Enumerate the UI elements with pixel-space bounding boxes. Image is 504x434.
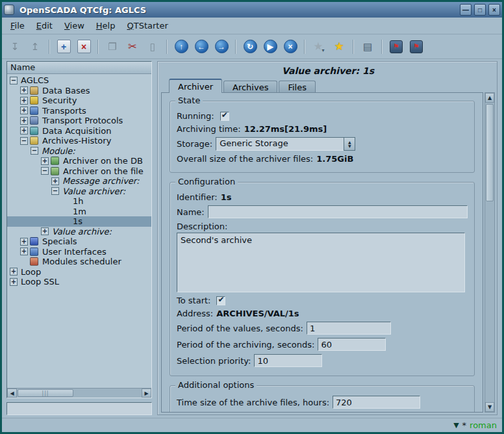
current-user: roman <box>470 420 497 430</box>
window-title: OpenSCADA QTCfg: AGLCS <box>17 5 457 15</box>
add-item-button[interactable]: + <box>55 38 73 56</box>
tree-expander-icon[interactable]: + <box>10 278 18 286</box>
tree-item-security[interactable]: + Security <box>7 96 151 106</box>
title-bar[interactable]: OpenSCADA QTCfg: AGLCS — □ × <box>2 2 502 18</box>
tree-item-archiver-on-db[interactable]: + Archiver on the DB <box>7 156 151 166</box>
add-favorite-button[interactable]: ★ <box>330 38 348 56</box>
tree-expander-icon[interactable]: + <box>51 177 59 185</box>
delete-item-button[interactable]: × <box>75 38 93 56</box>
tree-item-transports[interactable]: + Transports <box>7 106 151 116</box>
back-button[interactable]: ← <box>192 38 210 56</box>
scrollbar-thumb[interactable] <box>486 104 494 201</box>
tree-filter-input[interactable] <box>6 402 152 415</box>
tree-item-archives-history[interactable]: − Archives-History <box>7 136 151 146</box>
tree-expander-icon[interactable]: − <box>31 147 38 155</box>
time-size-input[interactable] <box>333 396 420 409</box>
scrollbar-thumb[interactable]: ||| <box>18 389 73 397</box>
name-input[interactable] <box>208 205 468 218</box>
menu-qtstarter[interactable]: QTStarter <box>121 19 173 32</box>
qtstarter-run-button[interactable]: ⚑ <box>407 38 425 56</box>
tree-item-value-archive[interactable]: + Value archive: <box>7 227 151 237</box>
tree-item-value-archiver[interactable]: − Value archiver: <box>7 186 151 197</box>
tab-archives[interactable]: Archives <box>223 81 277 93</box>
menu-edit[interactable]: Edit <box>31 19 58 32</box>
up-button[interactable]: ↑ <box>172 38 190 56</box>
tree-expander-icon[interactable]: + <box>20 97 28 105</box>
running-checkbox[interactable] <box>220 112 229 121</box>
page-title: Value archiver: 1s <box>161 63 495 79</box>
tree-item-1s[interactable]: 1s <box>7 216 151 227</box>
period-archiving-input[interactable] <box>318 338 386 351</box>
tree-item-aglcs[interactable]: − AGLCS <box>7 75 151 86</box>
tab-archiver[interactable]: Archiver <box>169 79 222 93</box>
copy-item-button[interactable]: ❐ <box>103 38 121 56</box>
tree-item-archiver-on-file[interactable]: − Archiver on the file <box>7 166 151 177</box>
address-row: Address: ARCHIVES/VAL/1s <box>177 309 468 318</box>
tree-horizontal-scrollbar[interactable]: ◀ ||| ▶ <box>7 388 151 398</box>
tree-expander-icon[interactable]: + <box>41 227 49 235</box>
qtstarter-config-button[interactable]: ⚑ <box>387 38 405 56</box>
tree-item-label: Transports <box>41 106 88 116</box>
forward-icon: → <box>215 40 229 53</box>
menu-help[interactable]: Help <box>90 19 121 32</box>
to-start-checkbox[interactable] <box>216 296 225 305</box>
combo-arrows-icon[interactable]: ▲▼ <box>344 137 355 151</box>
menu-file[interactable]: File <box>5 19 31 32</box>
period-archiving-label: Period of the archiving, seconds: <box>177 340 314 350</box>
storage-selected-value: Generic Storage <box>216 137 344 151</box>
tree-expander-icon[interactable]: + <box>20 238 28 246</box>
tree-expander-icon[interactable]: − <box>41 167 49 175</box>
manual-button[interactable]: ▤ <box>359 38 377 56</box>
scroll-right-icon[interactable]: ▶ <box>142 389 151 398</box>
tree-item-user-interfaces[interactable]: + User Interfaces <box>7 247 151 257</box>
tree-expander-icon[interactable]: + <box>20 107 28 114</box>
cut-item-button[interactable]: ✂ <box>123 38 142 56</box>
tree-expander-icon[interactable]: + <box>10 268 18 275</box>
forward-button[interactable]: → <box>212 38 231 56</box>
maximize-button[interactable]: □ <box>474 4 486 16</box>
menu-view[interactable]: View <box>58 19 90 32</box>
tree-item-specials[interactable]: + Specials <box>7 236 151 247</box>
tree-item-data-acquisition[interactable]: + Data Acquisition <box>7 126 151 136</box>
vertical-scrollbar[interactable]: ▲ ▼ <box>485 92 495 413</box>
tree-expander-icon[interactable]: + <box>20 248 28 255</box>
tree-item-loop-ssl[interactable]: + Loop SSL <box>7 277 151 287</box>
scroll-down-icon[interactable]: ▼ <box>485 402 494 412</box>
refresh-button[interactable]: ↻ <box>241 38 259 56</box>
scrollbar-track[interactable] <box>485 103 494 402</box>
tree-expander-icon[interactable]: + <box>20 127 28 134</box>
tree-item-1m[interactable]: 1m <box>7 207 151 217</box>
scroll-left-icon[interactable]: ◀ <box>7 389 17 398</box>
start-updating-button[interactable]: ▶ <box>261 38 279 56</box>
tree-header[interactable]: Name <box>7 62 151 74</box>
selection-priority-input[interactable] <box>254 354 322 367</box>
tree-expander-icon[interactable]: + <box>20 117 28 125</box>
tree-expander-icon[interactable]: − <box>51 187 59 195</box>
tree-item-data-bases[interactable]: + Data Bases <box>7 86 151 96</box>
stop-updating-button[interactable]: × <box>281 38 299 56</box>
scroll-up-icon[interactable]: ▲ <box>485 93 494 103</box>
load-from-db-icon: ↧ <box>11 41 19 53</box>
tree-expander-icon[interactable]: + <box>41 157 49 165</box>
tree-item-message-archiver[interactable]: + Message archiver: <box>7 176 151 186</box>
tab-files[interactable]: Files <box>279 81 316 93</box>
tree-expander-icon[interactable]: + <box>20 86 28 94</box>
scrollbar-track[interactable]: ||| <box>17 389 142 398</box>
minimize-button[interactable]: — <box>460 4 472 16</box>
storage-select[interactable]: Generic Storage ▲▼ <box>216 137 355 151</box>
tree-item-1h[interactable]: 1h <box>7 196 151 207</box>
tree-expander-icon[interactable]: − <box>10 77 18 84</box>
tree-item-module[interactable]: − Module: <box>7 146 151 157</box>
favorites-list-button[interactable]: ★▾ <box>310 38 328 56</box>
tree-expander-icon[interactable]: − <box>20 137 28 145</box>
save-to-db-button[interactable]: ↥ <box>26 38 44 56</box>
qtstarter-tray-icon[interactable]: ▼ <box>453 421 459 429</box>
description-textarea[interactable]: Second's archive <box>177 233 465 292</box>
paste-item-button[interactable]: ▯ <box>144 38 162 56</box>
tree-item-modules-scheduler[interactable]: Modules scheduler <box>7 257 151 267</box>
tree-item-transport-protocols[interactable]: + Transport Protocols <box>7 116 151 126</box>
load-from-db-button[interactable]: ↧ <box>6 38 24 56</box>
close-button[interactable]: × <box>488 4 500 16</box>
period-values-input[interactable] <box>307 322 391 335</box>
tree-item-loop[interactable]: + Loop <box>7 267 151 277</box>
